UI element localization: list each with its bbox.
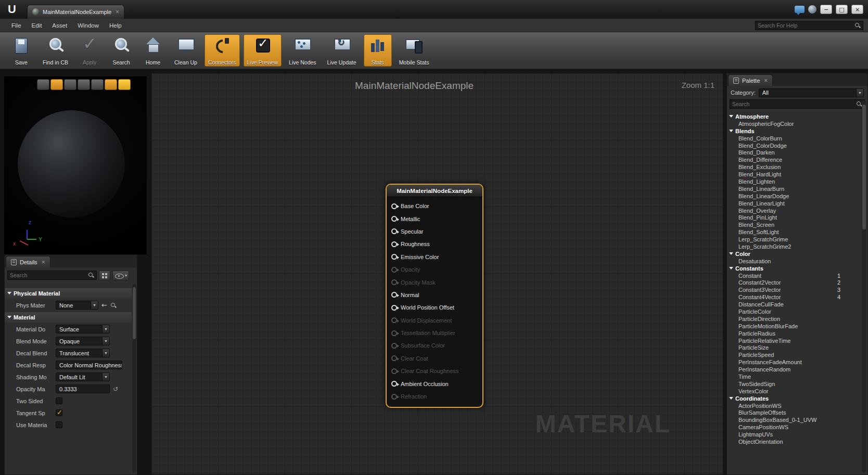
- palette-item[interactable]: Constant2Vector 2: [729, 279, 859, 286]
- pin-circle-icon[interactable]: [391, 203, 397, 209]
- pin-circle-icon[interactable]: [391, 355, 397, 361]
- material-input-pin[interactable]: Clear Coat Roughness: [387, 365, 482, 377]
- palette-item[interactable]: AtmosphericFogColor: [729, 120, 859, 127]
- minimize-button[interactable]: ─: [820, 5, 832, 14]
- palette-group-header[interactable]: Constants: [729, 265, 859, 272]
- material-input-pin[interactable]: Subsurface Color: [387, 339, 482, 352]
- palette-item[interactable]: PerInstanceRandom: [729, 366, 859, 373]
- property-checkbox[interactable]: [56, 421, 62, 428]
- details-tab-close-icon[interactable]: ×: [42, 259, 45, 266]
- palette-item[interactable]: Desaturation: [729, 258, 859, 265]
- palette-item[interactable]: ActorPositionWS: [729, 402, 859, 409]
- material-input-pin[interactable]: Specular: [387, 225, 482, 238]
- property-matrix-button[interactable]: [99, 271, 110, 280]
- palette-item[interactable]: ObjectOrientation: [729, 438, 859, 445]
- scrollbar-thumb[interactable]: [862, 105, 866, 229]
- palette-item[interactable]: ParticleRadius: [729, 330, 859, 337]
- palette-item[interactable]: ParticleColor: [729, 308, 859, 315]
- palette-item[interactable]: Blend_PinLight: [729, 214, 859, 221]
- details-search-box[interactable]: [7, 271, 97, 280]
- palette-item[interactable]: Blend_Overlay: [729, 207, 859, 214]
- help-search-box[interactable]: [755, 21, 863, 30]
- palette-item[interactable]: BlurSampleOffsets: [729, 409, 859, 417]
- palette-item[interactable]: Blend_ColorBurn: [729, 135, 859, 142]
- pin-circle-icon[interactable]: [391, 343, 397, 349]
- palette-item[interactable]: Blend_Lighten: [729, 178, 859, 185]
- pin-circle-icon[interactable]: [391, 241, 397, 247]
- toolbar-button[interactable]: Apply: [75, 34, 104, 67]
- pin-circle-icon[interactable]: [391, 368, 397, 374]
- menu-item[interactable]: Window: [72, 19, 104, 32]
- viewport-shape-button[interactable]: [78, 79, 90, 90]
- palette-item[interactable]: Time: [729, 373, 859, 380]
- material-input-pin[interactable]: Ambient Occlusion: [387, 377, 482, 390]
- pin-circle-icon[interactable]: [391, 292, 397, 298]
- property-dropdown[interactable]: Surface ▼: [56, 325, 110, 333]
- palette-item[interactable]: Blend_Difference: [729, 156, 859, 163]
- toolbar-button[interactable]: Find in CB: [39, 34, 72, 67]
- palette-item[interactable]: ParticleDirection: [729, 315, 859, 323]
- palette-item[interactable]: CameraPositionWS: [729, 423, 859, 431]
- toolbar-button[interactable]: Clean Up: [171, 34, 201, 67]
- tab-close-icon[interactable]: ×: [116, 8, 119, 16]
- material-input-pin[interactable]: Tessellation Multiplier: [387, 327, 482, 339]
- pin-circle-icon[interactable]: [391, 279, 397, 285]
- find-asset-icon[interactable]: [110, 302, 117, 309]
- reset-to-default-icon[interactable]: ↺: [113, 386, 118, 393]
- view-options-button[interactable]: ▾: [112, 271, 129, 280]
- viewport-shape-button[interactable]: [37, 79, 49, 90]
- tab-palette[interactable]: Palette ×: [728, 74, 773, 86]
- palette-item[interactable]: ParticleSpeed: [729, 351, 859, 358]
- palette-item[interactable]: DistanceCullFade: [729, 301, 859, 308]
- palette-item[interactable]: ParticleMotionBlurFade: [729, 323, 859, 330]
- menu-item[interactable]: Edit: [27, 19, 47, 32]
- preview-viewport[interactable]: z Y x: [4, 76, 147, 254]
- palette-item[interactable]: Blend_LinearBurn: [729, 185, 859, 192]
- material-input-pin[interactable]: World Displacement: [387, 314, 482, 327]
- palette-item[interactable]: BoundingBoxBased_0-1_UVW: [729, 416, 859, 423]
- palette-item[interactable]: Blend_LinearDodge: [729, 192, 859, 200]
- palette-item[interactable]: Blend_HardLight: [729, 171, 859, 178]
- pin-circle-icon[interactable]: [391, 381, 397, 387]
- property-dropdown[interactable]: Translucent ▼: [56, 349, 110, 357]
- pin-circle-icon[interactable]: [391, 228, 397, 234]
- material-graph-canvas[interactable]: MainMaterialNodeExample Zoom 1:1 MATERIA…: [151, 73, 723, 475]
- palette-item[interactable]: PerInstanceFadeAmount: [729, 358, 859, 366]
- palette-group-header[interactable]: Coordinates: [729, 395, 859, 402]
- palette-item[interactable]: TwoSidedSign: [729, 380, 859, 388]
- details-scrollbar[interactable]: [132, 284, 136, 473]
- palette-item[interactable]: Blend_Darken: [729, 149, 859, 156]
- viewport-shape-button[interactable]: [91, 79, 104, 90]
- toolbar-button[interactable]: Home: [139, 34, 167, 67]
- menu-item[interactable]: File: [6, 19, 27, 32]
- pin-circle-icon[interactable]: [391, 317, 397, 323]
- palette-item[interactable]: Lerp_ScratchGrime: [729, 236, 859, 243]
- toolbar-button[interactable]: Stats: [364, 34, 392, 67]
- pin-circle-icon[interactable]: [391, 267, 397, 273]
- palette-item[interactable]: Constant4Vector 4: [729, 293, 859, 301]
- property-checkbox[interactable]: [56, 397, 62, 404]
- property-dropdown[interactable]: Color Normal Roughness ▼: [56, 361, 122, 369]
- pin-circle-icon[interactable]: [391, 394, 397, 400]
- toolbar-button[interactable]: Live Nodes: [285, 34, 320, 67]
- pin-circle-icon[interactable]: [391, 330, 397, 336]
- palette-item[interactable]: ParticleSize: [729, 344, 859, 352]
- palette-group-header[interactable]: Atmosphere: [729, 113, 859, 120]
- details-section-header[interactable]: Material: [5, 312, 132, 323]
- details-search-input[interactable]: [10, 272, 88, 278]
- document-tab[interactable]: MainMaterialNodeExample ×: [27, 5, 124, 19]
- details-section-header[interactable]: Physical Material: [5, 288, 132, 299]
- palette-tab-close-icon[interactable]: ×: [764, 77, 768, 84]
- palette-item[interactable]: Blend_LinearLight: [729, 200, 859, 207]
- maximize-button[interactable]: □: [836, 5, 848, 14]
- scrollbar-thumb[interactable]: [133, 287, 136, 339]
- close-button[interactable]: ×: [851, 5, 863, 14]
- toolbar-button[interactable]: Live Update: [324, 34, 360, 67]
- palette-search-box[interactable]: [730, 99, 865, 109]
- toolbar-button[interactable]: Live Preview: [244, 34, 282, 67]
- number-field[interactable]: 0.3333: [56, 384, 110, 393]
- material-input-pin[interactable]: Clear Coat: [387, 352, 482, 365]
- palette-item[interactable]: Blend_ColorDodge: [729, 142, 859, 149]
- category-dropdown[interactable]: All ▼: [759, 88, 864, 97]
- browse-to-asset-icon[interactable]: ←: [101, 301, 107, 309]
